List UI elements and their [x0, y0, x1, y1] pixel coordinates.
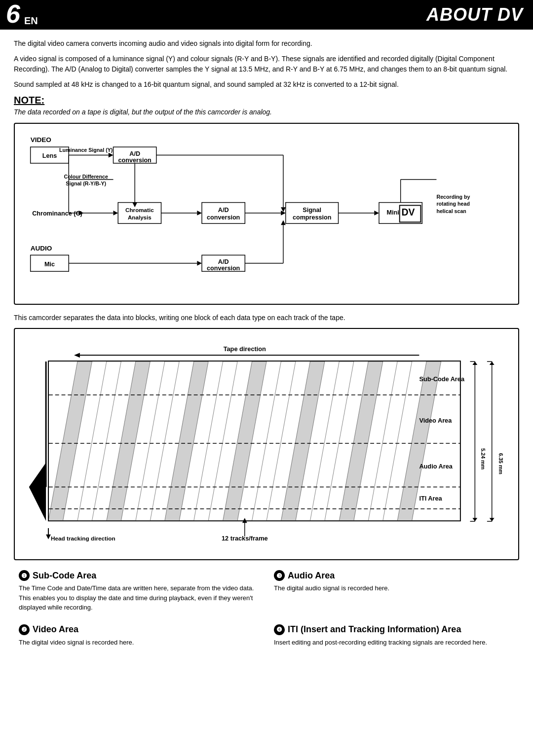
area-item-4: ❹ ITI (Insert and Tracking Information) …	[274, 624, 514, 648]
svg-text:Chromatic: Chromatic	[125, 207, 154, 213]
note-text: The data recorded on a tape is digital, …	[14, 108, 519, 116]
area-1-number: ❶	[19, 570, 30, 581]
paragraph-3: Sound sampled at 48 kHz is changed to a …	[14, 79, 519, 90]
svg-text:Tape direction: Tape direction	[224, 345, 266, 353]
svg-text:Mini: Mini	[387, 209, 399, 216]
svg-text:Audio Area: Audio Area	[419, 463, 453, 470]
paragraph-2: A video signal is composed of a luminanc…	[14, 54, 519, 74]
page-header: 6 EN ABOUT DV	[0, 0, 533, 30]
svg-text:conversion: conversion	[118, 157, 152, 164]
signal-flow-diagram: VIDEO Lens Luminance Signal (Y) A/D conv…	[14, 123, 519, 305]
svg-marker-25	[197, 211, 202, 216]
area-4-heading: ❹ ITI (Insert and Tracking Information) …	[274, 624, 514, 635]
svg-text:Signal: Signal	[303, 207, 321, 214]
svg-marker-4	[109, 153, 114, 158]
svg-text:Chrominance (C): Chrominance (C)	[32, 210, 82, 217]
area-3-number: ❸	[274, 570, 285, 581]
area-3-text: The digital audio signal is recorded her…	[274, 583, 514, 593]
svg-text:conversion: conversion	[207, 214, 240, 221]
area-2-title: Video Area	[33, 624, 78, 635]
paragraph-tape: This camcorder separates the data into b…	[14, 313, 519, 323]
area-item-1: ❶ Sub-Code Area The Time Code and Date/T…	[19, 570, 259, 612]
svg-marker-95	[490, 361, 495, 365]
area-3-title: Audio Area	[288, 571, 335, 581]
area-item-3: ❸ Audio Area The digital audio signal is…	[274, 570, 514, 612]
area-2-text: The digital video signal is recorded her…	[19, 638, 259, 648]
tape-tracks	[48, 361, 441, 521]
svg-text:AUDIO: AUDIO	[31, 245, 52, 252]
note-label: NOTE:	[14, 95, 519, 106]
svg-marker-15	[114, 211, 118, 216]
svg-text:VIDEO: VIDEO	[31, 136, 51, 144]
svg-text:Colour Difference: Colour Difference	[64, 174, 108, 180]
svg-text:Sub-Code Area: Sub-Code Area	[419, 375, 465, 383]
area-4-number: ❹	[274, 624, 285, 635]
svg-marker-98	[472, 518, 477, 521]
main-content: The digital video camera converts incomi…	[0, 30, 533, 663]
svg-text:Signal (R-Y/B-Y): Signal (R-Y/B-Y)	[66, 180, 106, 186]
svg-text:A/D: A/D	[129, 150, 140, 157]
area-4-title: ITI (Insert and Tracking Information) Ar…	[288, 624, 461, 635]
svg-marker-97	[472, 361, 477, 365]
area-3-heading: ❸ Audio Area	[274, 570, 514, 581]
svg-text:A/D: A/D	[218, 207, 229, 214]
svg-text:Recording by: Recording by	[436, 194, 470, 200]
svg-text:A/D: A/D	[218, 258, 229, 265]
svg-text:Head tracking direction: Head tracking direction	[51, 535, 115, 541]
svg-text:helical scan: helical scan	[436, 208, 466, 214]
signal-flow-svg: VIDEO Lens Luminance Signal (Y) A/D conv…	[25, 132, 508, 294]
svg-text:compression: compression	[293, 214, 331, 221]
svg-text:Luminance Signal (Y): Luminance Signal (Y)	[59, 147, 113, 153]
page-en-label: EN	[24, 15, 38, 30]
svg-text:Lens: Lens	[42, 152, 57, 159]
svg-text:Analysis: Analysis	[128, 214, 152, 220]
svg-marker-105	[242, 518, 247, 523]
tape-diagram: Tape direction	[14, 328, 519, 560]
svg-text:rotating head: rotating head	[436, 201, 469, 207]
page-number: 6	[0, 0, 24, 30]
svg-text:5.24 mm: 5.24 mm	[480, 448, 486, 469]
note-section: NOTE: The data recorded on a tape is dig…	[14, 95, 519, 116]
svg-marker-53	[197, 261, 202, 266]
svg-text:Mic: Mic	[44, 261, 55, 268]
area-2-heading: ❷ Video Area	[19, 624, 259, 635]
area-4-text: Insert editing and post-recording editin…	[274, 638, 514, 648]
area-1-title: Sub-Code Area	[33, 571, 96, 581]
area-item-2: ❷ Video Area The digital video signal is…	[19, 624, 259, 648]
svg-text:conversion: conversion	[207, 265, 240, 272]
area-1-heading: ❶ Sub-Code Area	[19, 570, 259, 581]
svg-marker-102	[46, 535, 51, 540]
area-2-number: ❷	[19, 624, 30, 635]
svg-marker-96	[490, 518, 495, 521]
svg-marker-61	[74, 353, 80, 358]
svg-marker-39	[374, 211, 379, 216]
svg-text:6.35 mm: 6.35 mm	[498, 453, 504, 474]
svg-text:ITI Area: ITI Area	[419, 495, 442, 502]
svg-text:Video Area: Video Area	[419, 417, 452, 424]
svg-marker-59	[281, 220, 286, 225]
paragraph-1: The digital video camera converts incomi…	[14, 38, 519, 49]
svg-marker-78	[29, 463, 46, 521]
area-1-text: The Time Code and Date/Time data are wri…	[19, 583, 259, 612]
tape-svg: Tape direction	[22, 337, 511, 550]
area-descriptions: ❶ Sub-Code Area The Time Code and Date/T…	[14, 570, 519, 654]
page-title: ABOUT DV	[417, 0, 533, 30]
svg-text:DV: DV	[402, 207, 415, 217]
